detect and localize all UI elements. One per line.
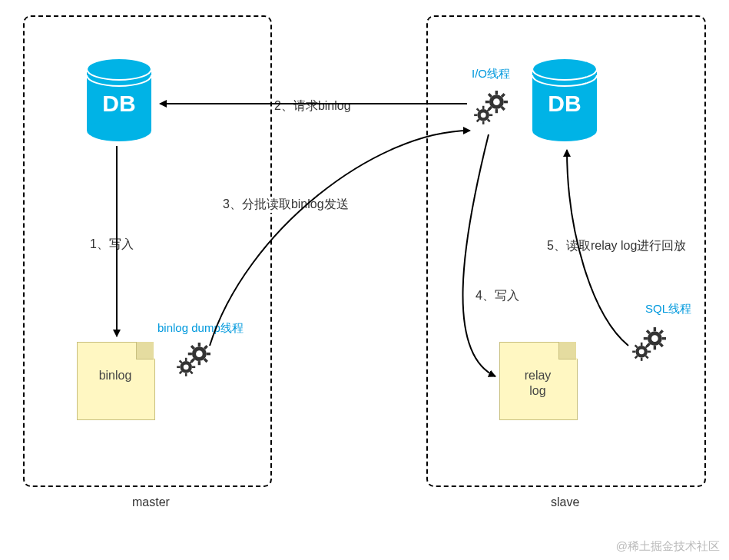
svg-rect-44 xyxy=(474,114,477,117)
svg-rect-35 xyxy=(504,101,508,103)
file-icon: relay log xyxy=(499,342,576,419)
binlog-dump-thread-label: binlog dump线程 xyxy=(156,321,245,336)
svg-rect-24 xyxy=(177,366,180,369)
svg-rect-22 xyxy=(185,358,187,361)
svg-rect-23 xyxy=(185,373,187,376)
svg-rect-15 xyxy=(207,353,210,355)
svg-rect-42 xyxy=(482,106,485,109)
svg-rect-34 xyxy=(485,101,489,103)
svg-point-7 xyxy=(532,120,597,141)
svg-rect-53 xyxy=(654,346,656,350)
svg-rect-13 xyxy=(198,361,200,365)
svg-point-2 xyxy=(87,120,151,141)
gear-icon xyxy=(470,86,512,128)
svg-point-21 xyxy=(184,364,189,369)
svg-text:DB: DB xyxy=(548,91,581,116)
svg-rect-12 xyxy=(198,343,200,346)
svg-rect-43 xyxy=(482,121,485,124)
relaylog-file-label: relay log xyxy=(499,368,576,399)
svg-rect-14 xyxy=(188,353,192,355)
svg-point-31 xyxy=(493,98,500,105)
file-icon: binlog xyxy=(77,342,154,419)
step-3-label: 3、分批读取binlog发送 xyxy=(221,197,350,213)
svg-rect-64 xyxy=(632,351,635,353)
binlog-file-label: binlog xyxy=(77,368,154,383)
io-thread-label: I/O线程 xyxy=(470,67,512,81)
step-2-label: 2、请求binlog xyxy=(273,98,353,114)
svg-point-51 xyxy=(651,335,658,342)
svg-rect-65 xyxy=(648,351,651,353)
step-1-label: 1、写入 xyxy=(88,237,135,253)
svg-rect-33 xyxy=(495,109,498,113)
svg-point-61 xyxy=(639,349,645,354)
svg-rect-55 xyxy=(662,337,666,340)
gear-icon xyxy=(173,338,215,380)
database-icon: DB xyxy=(530,58,599,142)
database-icon: DB xyxy=(84,58,154,142)
svg-rect-52 xyxy=(654,327,656,331)
svg-rect-45 xyxy=(489,114,492,117)
svg-point-41 xyxy=(481,112,486,118)
svg-rect-54 xyxy=(644,337,648,340)
svg-rect-25 xyxy=(192,366,195,369)
slave-title: slave xyxy=(549,495,581,509)
svg-point-11 xyxy=(196,350,203,357)
svg-rect-62 xyxy=(641,343,643,346)
svg-rect-63 xyxy=(641,358,643,361)
svg-text:DB: DB xyxy=(102,91,135,116)
gear-icon xyxy=(628,323,671,365)
step-4-label: 4、写入 xyxy=(474,288,521,304)
watermark: @稀土掘金技术社区 xyxy=(616,539,720,554)
svg-rect-32 xyxy=(495,91,498,94)
master-title: master xyxy=(131,495,171,509)
sql-thread-label: SQL线程 xyxy=(644,302,693,316)
step-5-label: 5、读取relay log进行回放 xyxy=(545,238,688,254)
